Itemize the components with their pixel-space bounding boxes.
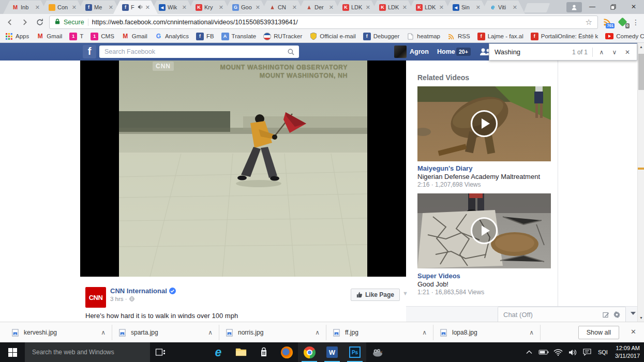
bookmark-apps[interactable]: Apps <box>5 33 29 40</box>
download-item[interactable]: kerveshi.jpg ∧ <box>5 325 112 340</box>
download-item[interactable]: lopa8.jpg ∧ <box>433 325 541 340</box>
bookmark-fb[interactable]: f FB <box>196 33 214 40</box>
action-center-icon[interactable] <box>581 349 593 356</box>
search-icon[interactable] <box>288 48 294 57</box>
browser-profile-button[interactable] <box>566 2 582 12</box>
reload-button[interactable] <box>34 17 46 28</box>
bookmark-gmail-1[interactable]: M Gmail <box>36 33 62 40</box>
scrollbar-thumb[interactable] <box>638 54 644 90</box>
find-input[interactable]: Washing <box>495 48 567 56</box>
bookmark-rutracker[interactable]: RUTracker <box>263 33 302 40</box>
tab-close-icon[interactable]: ✕ <box>219 5 223 10</box>
facebook-search-input[interactable] <box>99 46 299 58</box>
task-view-button[interactable] <box>150 342 171 362</box>
taskbar-edge-button[interactable]: e <box>207 342 230 362</box>
tab-close-icon[interactable]: ✕ <box>402 5 407 10</box>
tab-close-icon[interactable]: ✕ <box>513 5 517 10</box>
related-video-thumbnail-2[interactable] <box>417 193 551 268</box>
download-menu-chevron-icon[interactable]: ∧ <box>208 329 213 336</box>
tab-close-icon[interactable]: ✕ <box>109 5 113 10</box>
taskbar-gimp-button[interactable] <box>366 342 389 362</box>
download-item[interactable]: ff.jpg ∧ <box>326 325 433 340</box>
compose-icon[interactable] <box>603 311 609 318</box>
bookmark-portalionline[interactable]: f PortaliOnline: Është k <box>531 33 598 40</box>
bookmark-cms[interactable]: 1 CMS <box>91 33 114 40</box>
chat-bar[interactable]: Chat (Off) <box>498 307 626 322</box>
tab-close-icon[interactable]: ✕ <box>256 5 260 10</box>
download-item[interactable]: sparta.jpg ∧ <box>112 325 219 340</box>
bookmark-debugger[interactable]: f Debugger <box>363 33 400 40</box>
taskbar-firefox-button[interactable] <box>275 342 298 362</box>
tab-viti[interactable]: e Viti ✕ <box>481 1 525 14</box>
tab-audio-icon[interactable] <box>138 4 143 11</box>
forward-button[interactable] <box>19 17 31 28</box>
tab-close-icon[interactable]: ✕ <box>35 5 40 10</box>
bookmark-heatmap[interactable]: heatmap <box>407 33 440 40</box>
window-restore-button[interactable] <box>603 0 623 13</box>
bookmark-t[interactable]: 1 T <box>69 33 83 40</box>
bookmark-translate[interactable]: A Translate <box>221 33 257 40</box>
related-video-title[interactable]: Good Job! <box>417 280 448 288</box>
bookmark-gmail-2[interactable]: M Gmail <box>122 33 147 40</box>
tray-chevron-icon[interactable] <box>523 350 535 354</box>
post-page-name[interactable]: CNN International <box>110 287 176 295</box>
download-menu-chevron-icon[interactable]: ∧ <box>315 329 320 336</box>
tab-close-icon[interactable]: ✕ <box>145 5 150 10</box>
tab-facebook-active[interactable]: f F ✕ <box>113 1 158 14</box>
new-tab-button[interactable] <box>524 3 550 12</box>
related-video-thumbnail-1[interactable] <box>417 86 551 161</box>
taskbar-search-input[interactable] <box>25 342 150 362</box>
tab-close-icon[interactable]: ✕ <box>292 5 297 10</box>
post-options-chevron-icon[interactable]: ▼ <box>402 290 408 296</box>
page-name-text[interactable]: CNN International <box>110 287 167 295</box>
start-button[interactable] <box>0 342 25 362</box>
adblock-extension-button[interactable]: 0 <box>617 16 628 28</box>
bookmark-rss[interactable]: RSS <box>447 33 470 40</box>
volume-icon[interactable] <box>567 349 578 356</box>
video-player[interactable]: CNN MOUNT WASHINGTON OBSERVATORY MOUNT W… <box>80 61 406 277</box>
find-next-button[interactable]: ∨ <box>610 49 619 56</box>
tab-close-icon[interactable]: ✕ <box>476 5 481 10</box>
back-button[interactable] <box>4 17 16 28</box>
taskbar-word-button[interactable]: W <box>321 342 343 362</box>
taskbar-chrome-button[interactable] <box>298 342 321 362</box>
taskbar-photoshop-button[interactable]: Ps <box>343 342 366 362</box>
window-minimize-button[interactable]: — <box>582 0 603 13</box>
address-bar[interactable]: Secure https://web.facebook.com/cnninter… <box>49 16 598 29</box>
tab-close-icon[interactable]: ✕ <box>182 5 187 10</box>
tab-close-icon[interactable]: ✕ <box>439 5 444 10</box>
download-item[interactable]: norris.jpg ∧ <box>219 325 326 340</box>
language-indicator[interactable]: SQI <box>596 349 610 355</box>
find-close-button[interactable]: ✕ <box>623 49 632 56</box>
tab-close-icon[interactable]: ✕ <box>366 5 370 10</box>
page-scrollbar[interactable]: ▲ ▼ <box>637 43 644 322</box>
bookmark-lajme[interactable]: f Lajme - fax.al <box>477 33 523 40</box>
taskbar-explorer-button[interactable] <box>230 342 252 362</box>
find-previous-button[interactable]: ∧ <box>597 49 606 56</box>
scrollbar-up-icon[interactable]: ▲ <box>638 43 644 51</box>
tab-close-icon[interactable]: ✕ <box>329 5 334 10</box>
wifi-icon[interactable] <box>552 349 564 356</box>
like-page-button[interactable]: Like Page <box>351 289 400 301</box>
lock-icon[interactable] <box>55 18 60 27</box>
taskbar-store-button[interactable] <box>252 342 275 362</box>
gear-icon[interactable] <box>613 311 620 318</box>
post-timestamp[interactable]: 3 hrs · <box>110 296 134 302</box>
show-all-downloads-button[interactable]: Show all <box>578 326 619 339</box>
tab-close-icon[interactable]: ✕ <box>72 5 77 10</box>
related-video-page-link[interactable]: Maiyegun's Diary <box>417 164 472 172</box>
related-video-page-link[interactable]: Super Videos <box>417 272 460 280</box>
downloads-bar-close-icon[interactable]: ✕ <box>631 328 636 336</box>
battery-icon[interactable] <box>538 349 549 355</box>
bookmark-star-icon[interactable]: ☆ <box>586 18 592 27</box>
rss-extension-button[interactable]: 701 <box>602 16 613 28</box>
browser-menu-button[interactable]: ⋮ <box>632 18 640 26</box>
url-text[interactable]: https://web.facebook.com/cnninternationa… <box>92 19 582 26</box>
download-menu-chevron-icon[interactable]: ∧ <box>422 329 427 336</box>
related-video-title[interactable]: Nigerian Defense Academy Maltreatment <box>417 173 540 180</box>
download-menu-chevron-icon[interactable]: ∧ <box>529 329 534 336</box>
window-close-button[interactable]: ✕ <box>623 0 644 13</box>
bookmark-official-email[interactable]: Official e-mail <box>309 33 355 40</box>
play-icon[interactable] <box>471 217 498 244</box>
facebook-logo[interactable]: f <box>83 45 96 58</box>
